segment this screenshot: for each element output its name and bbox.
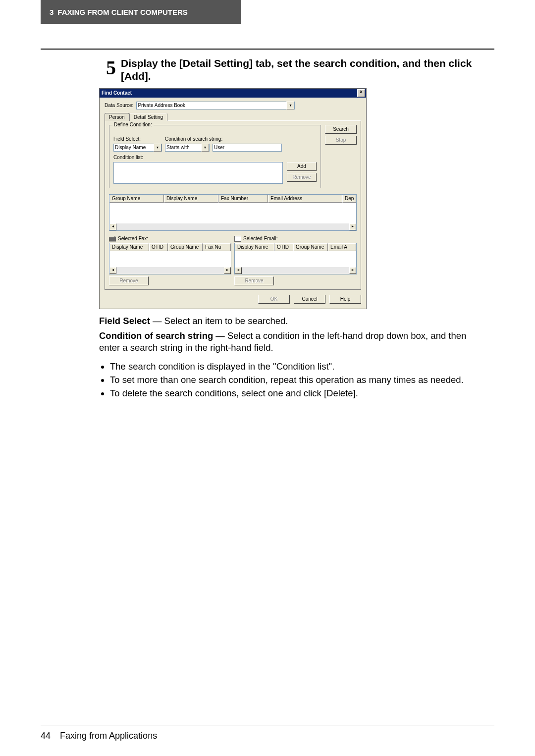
scroll-right-icon[interactable]: ►	[224, 267, 231, 274]
selected-email-column: Selected Email: Display Name OTID Group …	[234, 236, 357, 274]
field-select-dropdown[interactable]: Display Name ▼	[113, 144, 162, 152]
condition-desc: Condition of search string — Select a co…	[99, 330, 488, 354]
ok-button[interactable]: OK	[258, 295, 290, 304]
mail-icon	[234, 236, 241, 242]
selected-fax-label: Selected Fax:	[118, 236, 148, 241]
chapter-header: 3 FAXING FROM CLIENT COMPUTERS	[41, 0, 241, 24]
col-otid[interactable]: OTID	[149, 243, 168, 251]
bullets: The search condition is displayed in the…	[99, 361, 488, 399]
top-rule	[41, 49, 494, 50]
search-button[interactable]: Search	[325, 125, 357, 134]
condition-string-input[interactable]	[213, 144, 282, 152]
scroll-right-icon[interactable]: ►	[349, 223, 356, 230]
selected-sections: Selected Fax: Display Name OTID Group Na…	[109, 236, 357, 274]
content-area: 5 Display the [Detail Setting] tab, set …	[99, 57, 488, 401]
stop-button[interactable]: Stop	[325, 136, 357, 145]
remove-row: Remove Remove	[109, 276, 357, 285]
results-scrollbar[interactable]: ◄ ►	[109, 223, 356, 230]
step-number: 5	[99, 58, 116, 78]
close-button[interactable]: ×	[357, 89, 365, 97]
groupbox-legend: Define Condition:	[112, 122, 154, 127]
chevron-down-icon: ▼	[154, 144, 161, 152]
col-email-a[interactable]: Email A	[328, 243, 356, 251]
condition-of-search-string-label: Condition of search string:	[165, 136, 222, 142]
field-select-bold: Field Select	[99, 316, 150, 326]
dialog-title: Find Contact	[102, 90, 132, 96]
selected-email-headers: Display Name OTID Group Name Email A	[235, 243, 356, 251]
col-group-name[interactable]: Group Name	[168, 243, 203, 251]
field-select-value: Display Name	[115, 145, 154, 150]
fax-icon	[109, 236, 116, 242]
col-display-name[interactable]: Display Name	[235, 243, 274, 251]
dialog-body: Data Source: Private Address Book ▼ Pers…	[100, 98, 366, 309]
data-source-label: Data Source:	[105, 103, 133, 108]
labels-row: Field Select: Condition of search string…	[113, 136, 317, 142]
col-fax-number[interactable]: Fax Number	[218, 195, 268, 203]
selected-email-list[interactable]: Display Name OTID Group Name Email A ◄ ►	[234, 243, 357, 274]
scroll-left-icon[interactable]: ◄	[109, 223, 116, 230]
selected-email-scrollbar[interactable]: ◄ ►	[235, 267, 356, 274]
chevron-down-icon: ▼	[286, 102, 294, 109]
condition-operator-dropdown[interactable]: Starts with ▼	[165, 144, 210, 152]
condition-operator-value: Starts with	[166, 145, 201, 150]
selected-fax-title: Selected Fax:	[109, 236, 231, 242]
dialog-bottom-buttons: OK Cancel Help	[105, 295, 361, 304]
chevron-down-icon: ▼	[201, 144, 209, 152]
define-condition-group: Define Condition: Field Select: Conditio…	[109, 125, 321, 188]
scroll-left-icon[interactable]: ◄	[109, 267, 116, 274]
chapter-number: 3	[50, 8, 54, 16]
inputs-row: Display Name ▼ Starts with ▼	[113, 144, 317, 152]
scroll-left-icon[interactable]: ◄	[235, 267, 242, 274]
selected-fax-column: Selected Fax: Display Name OTID Group Na…	[109, 236, 231, 274]
remove-button[interactable]: Remove	[287, 173, 317, 182]
tabs: Person Detail Setting	[105, 112, 361, 120]
selected-email-label: Selected Email:	[243, 236, 277, 241]
col-group-name[interactable]: Group Name	[293, 243, 328, 251]
bullet-item: To set more than one search condition, r…	[110, 374, 488, 386]
col-dep[interactable]: Dep	[342, 195, 356, 203]
condition-list[interactable]	[113, 162, 283, 184]
chapter-title: FAXING FROM CLIENT COMPUTERS	[57, 8, 188, 16]
col-display-name[interactable]: Display Name	[109, 243, 149, 251]
tab-detail-setting[interactable]: Detail Setting	[129, 113, 167, 121]
field-select-rest: — Select an item to be searched.	[150, 316, 288, 326]
data-source-row: Data Source: Private Address Book ▼	[105, 102, 361, 109]
add-button[interactable]: Add	[287, 162, 317, 171]
search-row: Define Condition: Field Select: Conditio…	[109, 125, 357, 191]
page: 3 FAXING FROM CLIENT COMPUTERS 5 Display…	[0, 0, 535, 756]
description-text: Field Select — Select an item to be sear…	[99, 315, 488, 399]
col-group-name[interactable]: Group Name	[109, 195, 164, 203]
footer: 44 Faxing from Applications	[41, 731, 157, 741]
selected-fax-scrollbar[interactable]: ◄ ►	[109, 267, 231, 274]
col-display-name[interactable]: Display Name	[164, 195, 218, 203]
cancel-button[interactable]: Cancel	[294, 295, 325, 304]
selected-fax-list[interactable]: Display Name OTID Group Name Fax Nu ◄ ►	[109, 243, 231, 274]
selected-fax-headers: Display Name OTID Group Name Fax Nu	[109, 243, 231, 251]
dialog-titlebar: Find Contact ×	[100, 89, 366, 98]
condition-list-label: Condition list:	[113, 155, 143, 160]
field-select-label: Field Select:	[113, 136, 162, 142]
remove-email-button[interactable]: Remove	[234, 276, 274, 285]
step-text: Display the [Detail Setting] tab, set th…	[121, 57, 488, 83]
bullet-item: The search condition is displayed in the…	[110, 361, 488, 373]
search-buttons: Search Stop	[325, 125, 357, 145]
step-row: 5 Display the [Detail Setting] tab, set …	[99, 57, 488, 83]
bottom-rule	[41, 725, 494, 725]
condition-area: Add Remove	[113, 162, 317, 184]
results-list[interactable]: Group Name Display Name Fax Number Email…	[109, 194, 357, 231]
tab-person[interactable]: Person	[105, 113, 129, 121]
condition-bold: Condition of search string	[99, 330, 213, 341]
field-select-desc: Field Select — Select an item to be sear…	[99, 315, 488, 327]
results-headers: Group Name Display Name Fax Number Email…	[109, 195, 356, 203]
footer-section: Faxing from Applications	[60, 731, 157, 741]
bullet-item: To delete the search conditions, select …	[110, 387, 488, 399]
col-email-address[interactable]: Email Address	[268, 195, 342, 203]
remove-fax-button[interactable]: Remove	[109, 276, 149, 285]
data-source-select[interactable]: Private Address Book ▼	[136, 102, 295, 109]
help-button[interactable]: Help	[329, 295, 361, 304]
col-fax-num[interactable]: Fax Nu	[203, 243, 231, 251]
detail-setting-panel: Define Condition: Field Select: Conditio…	[105, 120, 361, 290]
scroll-right-icon[interactable]: ►	[349, 267, 356, 274]
col-otid[interactable]: OTID	[274, 243, 293, 251]
page-number: 44	[41, 731, 51, 741]
